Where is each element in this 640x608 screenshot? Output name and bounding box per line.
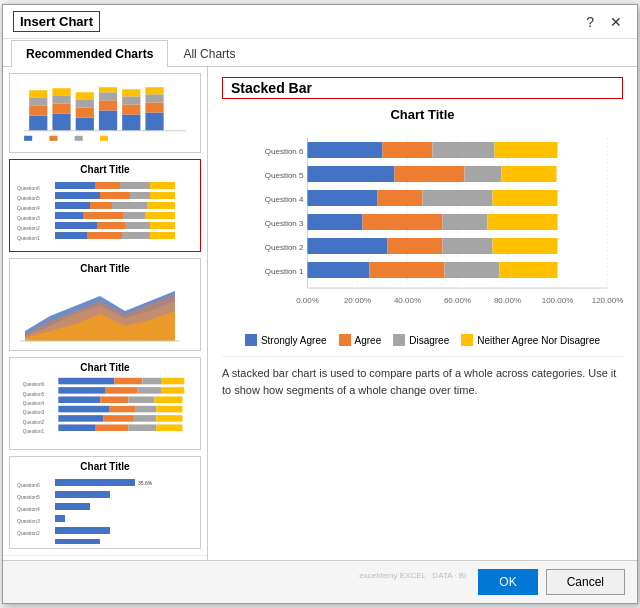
ok-button[interactable]: OK	[478, 569, 537, 595]
svg-text:Question5: Question5	[17, 494, 40, 500]
main-content: Chart Title	[3, 67, 637, 560]
svg-rect-39	[112, 202, 147, 209]
svg-rect-85	[96, 424, 129, 431]
svg-text:Question6: Question6	[17, 185, 40, 191]
svg-rect-31	[120, 182, 150, 189]
svg-text:Question 3: Question 3	[265, 219, 304, 228]
stacked-bar-chart: 0.00% 20.00% 40.00% 60.00% 80.00% 100.00…	[222, 128, 623, 328]
svg-rect-86	[128, 424, 156, 431]
svg-rect-17	[122, 104, 140, 114]
svg-rect-76	[58, 406, 109, 413]
svg-rect-82	[133, 415, 156, 422]
svg-rect-97	[55, 503, 90, 510]
svg-rect-14	[99, 92, 117, 100]
svg-rect-139	[378, 190, 423, 206]
svg-text:Question1: Question1	[17, 235, 40, 241]
svg-rect-9	[76, 107, 94, 117]
thumb1-preview	[14, 78, 196, 148]
close-icon[interactable]: ✕	[605, 12, 627, 32]
svg-rect-23	[145, 87, 163, 94]
svg-rect-96	[55, 491, 110, 498]
svg-rect-11	[76, 92, 94, 99]
thumb-stacked-columns[interactable]	[9, 73, 201, 153]
svg-rect-36	[150, 192, 175, 199]
svg-text:Question4: Question4	[17, 506, 40, 512]
svg-rect-134	[308, 166, 395, 182]
svg-rect-68	[58, 387, 105, 394]
svg-text:Question6: Question6	[23, 382, 45, 387]
svg-rect-30	[95, 182, 120, 189]
thumb4-preview: Question6 Question5 Question4 Question3 …	[14, 375, 196, 445]
svg-rect-28	[100, 136, 108, 141]
cancel-button[interactable]: Cancel	[546, 569, 625, 595]
legend-disagree: Disagree	[393, 334, 449, 346]
svg-rect-33	[55, 192, 100, 199]
svg-rect-2	[29, 97, 47, 105]
tab-all-charts[interactable]: All Charts	[168, 40, 250, 67]
svg-text:Question1: Question1	[23, 429, 45, 434]
svg-rect-148	[443, 238, 493, 254]
svg-rect-37	[55, 202, 90, 209]
svg-rect-81	[103, 415, 133, 422]
thumb2-preview: Question6 Question5 Question4 Question3 …	[14, 177, 196, 247]
svg-rect-75	[154, 396, 182, 403]
svg-rect-94	[55, 479, 135, 486]
svg-text:80.00%: 80.00%	[494, 296, 521, 305]
svg-rect-44	[145, 212, 175, 219]
thumb-stacked-bar[interactable]: Chart Title	[9, 159, 201, 252]
svg-rect-43	[123, 212, 145, 219]
help-icon[interactable]: ?	[581, 12, 599, 32]
legend-label-agree: Agree	[355, 335, 382, 346]
thumb4-title: Chart Title	[14, 362, 196, 373]
svg-rect-18	[122, 96, 140, 104]
thumb3-title: Chart Title	[14, 263, 196, 274]
svg-rect-19	[122, 89, 140, 96]
chart-area: Chart Title 0.00% 20.00% 40.0	[222, 107, 623, 550]
svg-rect-130	[308, 142, 383, 158]
svg-rect-78	[136, 406, 157, 413]
svg-rect-79	[156, 406, 182, 413]
svg-rect-38	[90, 202, 112, 209]
tab-recommended[interactable]: Recommended Charts	[11, 40, 168, 67]
svg-rect-42	[83, 212, 123, 219]
svg-text:Question 4: Question 4	[265, 195, 304, 204]
legend-agree: Agree	[339, 334, 382, 346]
thumb3-preview	[14, 276, 196, 346]
thumb-area-chart[interactable]: Chart Title	[9, 258, 201, 351]
svg-text:Question 5: Question 5	[265, 171, 304, 180]
svg-rect-50	[87, 232, 122, 239]
svg-text:Question6: Question6	[17, 482, 40, 488]
thumb-single-bars[interactable]: Chart Title 35.6%	[9, 456, 201, 549]
svg-rect-26	[49, 136, 57, 141]
svg-rect-1	[29, 105, 47, 115]
svg-rect-84	[58, 424, 95, 431]
legend-neither: Neither Agree Nor Disagree	[461, 334, 600, 346]
svg-rect-22	[145, 94, 163, 102]
svg-text:Question4: Question4	[23, 401, 45, 406]
dialog-title: Insert Chart	[13, 11, 100, 32]
svg-rect-141	[493, 190, 558, 206]
tab-bar: Recommended Charts All Charts	[3, 39, 637, 67]
svg-rect-20	[145, 112, 163, 130]
chart-preview-panel: Stacked Bar Chart Title 0.00%	[208, 67, 637, 560]
bottom-bar: exceldemy EXCEL · DATA · BI OK Cancel	[3, 560, 637, 603]
svg-rect-27	[75, 136, 83, 141]
chart-description: A stacked bar chart is used to compare p…	[222, 356, 623, 398]
legend-color-neither	[461, 334, 473, 346]
svg-rect-46	[97, 222, 125, 229]
thumb5-title: Chart Title	[14, 461, 196, 472]
svg-text:Question 6: Question 6	[265, 147, 304, 156]
svg-rect-147	[388, 238, 443, 254]
svg-rect-67	[161, 378, 184, 385]
svg-rect-143	[363, 214, 443, 230]
svg-rect-32	[150, 182, 175, 189]
svg-text:Question5: Question5	[23, 392, 45, 397]
svg-rect-25	[24, 136, 32, 141]
svg-rect-133	[495, 142, 558, 158]
svg-text:Question2: Question2	[17, 530, 40, 536]
legend-label-strongly-agree: Strongly Agree	[261, 335, 327, 346]
thumb-colored-bars[interactable]: Chart Title	[9, 357, 201, 450]
svg-rect-146	[308, 238, 388, 254]
svg-rect-7	[52, 88, 70, 95]
svg-rect-151	[370, 262, 445, 278]
